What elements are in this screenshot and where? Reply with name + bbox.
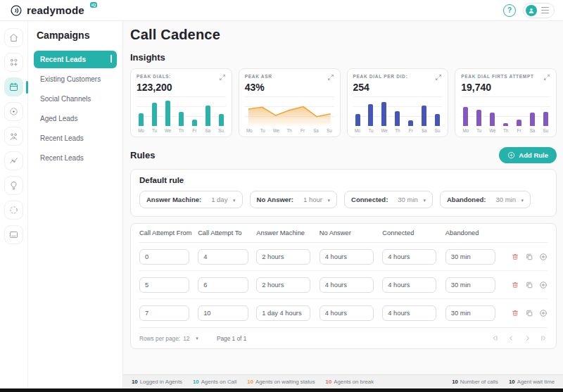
default-rule-dropdown-2[interactable]: Connected: 30 min ▾ [344,191,433,208]
rule-cell-input[interactable] [320,277,374,293]
duplicate-icon[interactable] [525,281,533,289]
campaign-item-4[interactable]: Recent Leads [34,129,117,147]
rule-cell-input[interactable] [139,277,189,293]
rail-item-spinner-icon[interactable] [4,201,23,220]
status-right-items: 10 Number of calls10 Agent wait time [452,379,555,385]
rule-cell-input[interactable] [198,305,248,321]
first-page-icon[interactable] [491,334,499,342]
main-content: Call Cadence Insights PEAK DIALS: 123,20… [123,21,563,374]
row-actions [504,309,548,317]
row-actions [504,281,548,289]
rule-cell-input[interactable] [139,305,189,321]
row-actions [504,253,548,261]
rule-cell-input[interactable] [320,305,374,321]
rule-cell-input[interactable] [256,305,310,321]
default-rule-dropdown-1[interactable]: No Answer: 1 hour ▾ [250,191,338,208]
card-metric-value: 43% [245,82,334,93]
chart-bar [165,101,170,126]
expand-icon[interactable] [327,74,334,81]
rule-cell-input[interactable] [445,305,496,321]
expand-icon[interactable] [435,74,442,81]
campaign-item-1[interactable]: Existing Customers [34,70,117,88]
rail-item-lightbulb-icon[interactable] [4,176,23,195]
status-item: 10 Logged in Agents [132,379,182,385]
rule-cell-input[interactable] [256,277,310,293]
rail-item-home-icon[interactable] [4,28,23,47]
table-row [139,271,548,299]
add-icon[interactable] [539,253,548,261]
default-rule-dropdown-3[interactable]: Abandoned: 30 min ▾ [440,191,531,208]
chevron-down-icon: ▾ [196,336,198,341]
plus-circle-icon [507,151,515,159]
status-item: 10 Agents on break [326,379,374,385]
column-header: Answer Machine [256,229,320,236]
add-rule-button[interactable]: Add Rule [499,147,557,163]
rail-item-community-icon[interactable] [4,127,23,146]
card-chart [461,96,550,126]
brand-logo: readymodeiQ [10,4,97,17]
rail-item-calendar-icon[interactable] [4,77,23,96]
rule-cell-input[interactable] [445,277,496,293]
status-item: 10 Number of calls [452,379,498,385]
rules-table-header: Call Attempt FromCall Attempt ToAnswer M… [139,224,548,243]
default-rule-fields: Answer Machine: 1 day ▾No Answer: 1 hour… [139,191,548,208]
card-chart [353,96,443,126]
help-icon[interactable]: ? [503,4,516,17]
rail-item-apps-icon[interactable] [4,53,23,72]
last-page-icon[interactable] [540,334,548,342]
campaign-item-5[interactable]: Recent Leads [34,149,117,167]
chart-day-labels: MoTuWeThFrSaSu [137,128,226,133]
top-bar: readymodeiQ ? [0,0,563,21]
chart-bar [368,104,373,127]
delete-icon[interactable] [511,253,519,261]
rules-table-body [139,243,548,327]
chart-day-labels: MoTuWeThFrSaSu [461,128,550,133]
rule-cell-input[interactable] [139,249,189,265]
campaign-item-0[interactable]: Recent Leads [34,51,117,68]
rule-cell-input[interactable] [382,305,436,321]
menu-icon [541,7,549,14]
rows-per-page-control[interactable]: Rows per page: 12 ▾ [139,335,198,342]
add-rule-label: Add Rule [519,151,548,159]
chart-bar [355,114,360,126]
dropdown-label: No Answer: [257,196,293,203]
insight-card-3: PEAK DIAL FIRTS ATTEMPT 19,740 MoTuWeThF… [455,68,557,137]
chart-bar [503,123,508,126]
top-bar-actions: ? [503,3,555,18]
dropdown-label: Connected: [351,196,388,203]
chart-bar [422,106,426,126]
default-rule-card: Default rule Answer Machine: 1 day ▾No A… [130,169,557,217]
rule-cell-input[interactable] [445,249,496,265]
card-metric-value: 254 [353,82,443,93]
rail-item-target-icon[interactable] [4,102,23,121]
rule-cell-input[interactable] [320,249,374,265]
rule-cell-input[interactable] [198,277,248,293]
campaign-item-3[interactable]: Aged Leads [34,110,117,127]
insight-card-1: PEAK ASR 43% MoTuWeThFrSaSu [239,68,341,137]
rail-item-monitor-icon[interactable] [4,225,23,244]
next-page-icon[interactable] [524,334,531,342]
rule-cell-input[interactable] [198,249,248,265]
duplicate-icon[interactable] [525,309,533,317]
delete-icon[interactable] [511,281,519,289]
campaign-item-2[interactable]: Social Channels [34,90,117,108]
chevron-down-icon: ▾ [521,198,524,203]
status-item: 10 Agents on waiting status [247,379,315,385]
account-menu[interactable] [523,3,555,18]
rule-cell-input[interactable] [382,249,436,265]
rule-cell-input[interactable] [382,277,436,293]
status-item: 10 Agent wait time [509,379,555,385]
prev-page-icon[interactable] [507,334,515,342]
rules-table: Call Attempt FromCall Attempt ToAnswer M… [130,223,557,349]
duplicate-icon[interactable] [525,253,533,261]
expand-icon[interactable] [543,74,550,81]
default-rule-dropdown-0[interactable]: Answer Machine: 1 day ▾ [139,191,243,208]
rule-cell-input[interactable] [256,249,310,265]
rail-item-trending-icon[interactable] [4,151,23,170]
delete-icon[interactable] [511,309,519,317]
expand-icon[interactable] [219,74,226,81]
app-window: readymodeiQ ? Campaigns Recent LeadsExis… [0,0,563,392]
add-icon[interactable] [539,281,548,289]
chart-bar [530,113,535,126]
add-icon[interactable] [539,309,548,317]
